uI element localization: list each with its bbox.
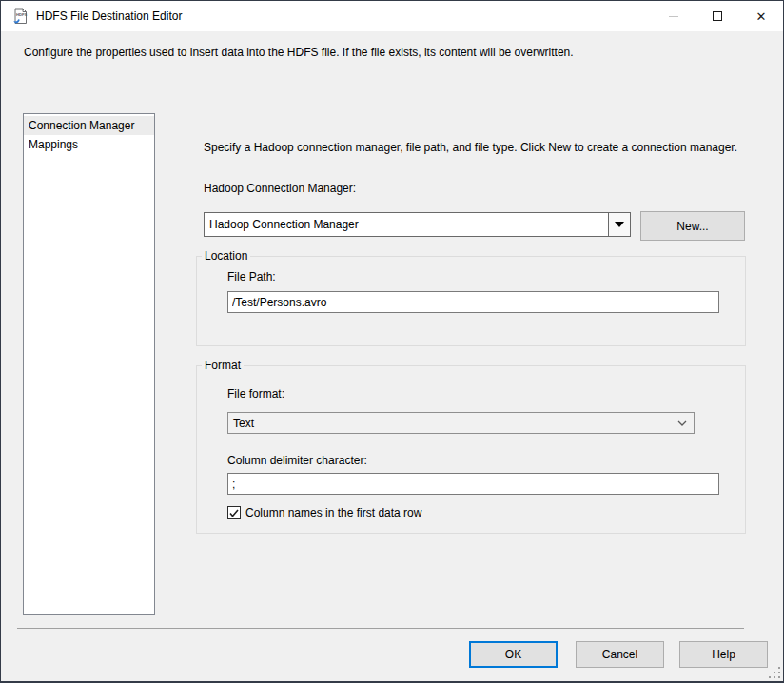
maximize-button[interactable]: [696, 1, 739, 31]
minimize-icon: [669, 16, 678, 17]
hadoop-connection-manager-combobox[interactable]: Hadoop Connection Manager: [204, 212, 631, 237]
hadoop-connection-manager-label: Hadoop Connection Manager:: [204, 182, 356, 195]
file-format-label: File format:: [227, 387, 284, 400]
combobox-dropdown-button[interactable]: [608, 213, 630, 236]
minimize-button[interactable]: [652, 1, 696, 31]
column-names-checkbox[interactable]: [227, 506, 241, 519]
column-delimiter-label: Column delimiter character:: [227, 454, 367, 467]
checkbox-checked-icon: [229, 509, 239, 517]
file-path-label: File Path:: [227, 270, 276, 283]
list-item-connection-manager[interactable]: Connection Manager: [24, 116, 154, 135]
list-item-mappings[interactable]: Mappings: [24, 135, 154, 154]
column-delimiter-input[interactable]: [227, 473, 719, 495]
maximize-icon: [713, 11, 722, 21]
close-icon: ✕: [756, 10, 767, 23]
window-title: HDFS File Destination Editor: [36, 10, 182, 23]
combobox-selected-value: Hadoop Connection Manager: [205, 213, 608, 236]
page-list: Connection Manager Mappings: [23, 113, 155, 615]
hdfs-destination-editor-dialog: HDFS HDFS File Destination Editor ✕ Conf…: [0, 0, 784, 683]
format-group-title: Format: [202, 359, 244, 372]
new-connection-button[interactable]: New...: [640, 211, 745, 241]
column-names-checkbox-label[interactable]: Column names in the first data row: [245, 506, 421, 519]
file-format-select[interactable]: Text: [227, 412, 695, 434]
svg-text:HDFS: HDFS: [16, 12, 28, 17]
footer-separator: [17, 628, 744, 629]
help-button[interactable]: Help: [679, 641, 768, 668]
dialog-description: Configure the properties used to insert …: [24, 46, 756, 59]
location-group-title: Location: [202, 249, 250, 263]
panel-instruction: Specify a Hadoop connection manager, fil…: [204, 141, 760, 154]
column-names-checkbox-row: Column names in the first data row: [227, 506, 421, 519]
file-format-selected-value: Text: [228, 417, 671, 430]
title-bar: HDFS HDFS File Destination Editor ✕: [1, 1, 783, 31]
window-controls: ✕: [652, 1, 783, 31]
format-group: Format File format: Text Column delimite…: [196, 365, 746, 534]
close-button[interactable]: ✕: [739, 1, 783, 31]
chevron-down-icon: [671, 420, 694, 426]
hdfs-file-icon: HDFS: [10, 7, 29, 26]
location-group: Location File Path:: [196, 256, 746, 346]
cancel-button[interactable]: Cancel: [576, 641, 664, 668]
ok-button[interactable]: OK: [469, 641, 558, 668]
file-path-input[interactable]: [227, 291, 719, 313]
chevron-down-icon: [615, 222, 624, 227]
resize-grip[interactable]: [768, 666, 780, 678]
